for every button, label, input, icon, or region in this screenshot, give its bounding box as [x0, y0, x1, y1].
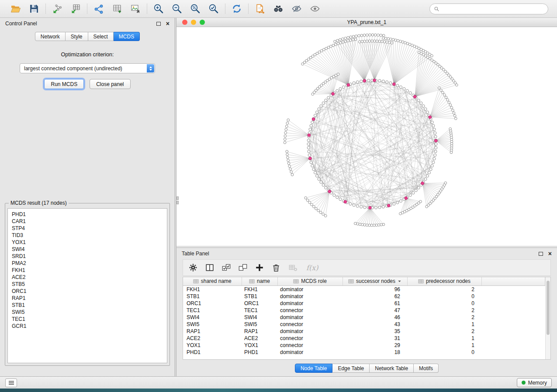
table-tab-node-table[interactable]: Node Table [295, 364, 333, 373]
table-cell: ORC1 [183, 300, 242, 307]
search-box[interactable] [429, 3, 548, 14]
open-folder-icon[interactable] [10, 3, 21, 14]
result-item[interactable]: STB5 [8, 281, 167, 288]
hide-icon[interactable] [291, 3, 302, 14]
memory-button[interactable]: Memory [517, 378, 552, 387]
table-cell-filler [481, 307, 545, 314]
network-titlebar[interactable]: YPA_prune.txt_1 [176, 18, 557, 27]
result-item[interactable]: TEC1 [8, 316, 167, 323]
mcds-result-list[interactable]: PHD1CAR1STP4TID3YOX1SWI4SRD1PMA2FKH1ACE2… [7, 208, 167, 363]
float-table-panel-icon[interactable] [539, 252, 543, 256]
table-tab-motifs[interactable]: Motifs [414, 364, 439, 373]
table-cell: RAP1 [183, 328, 242, 335]
table-tab-edge-table[interactable]: Edge Table [332, 364, 370, 373]
result-item[interactable]: TID3 [8, 232, 167, 239]
table-row[interactable]: ORC1ORC1dominator610 [183, 300, 545, 307]
add-icon[interactable] [255, 263, 264, 272]
result-item[interactable]: GCR1 [8, 323, 167, 330]
table-cell: YOX1 [242, 342, 277, 349]
table-row[interactable]: SWI4SWI4dominator462 [183, 314, 545, 321]
close-window-light[interactable] [182, 20, 187, 25]
new-table-icon[interactable] [111, 3, 123, 14]
result-item[interactable]: SWI5 [8, 309, 167, 316]
zoom-out-icon[interactable] [171, 3, 183, 14]
result-item[interactable]: ORC1 [8, 288, 167, 295]
table-row[interactable]: FKH1FKH1dominator962 [183, 285, 545, 293]
table-cell: 2 [407, 307, 481, 314]
zoom-in-icon[interactable] [153, 3, 164, 14]
table-row[interactable]: STB1STB1dominator620 [183, 293, 545, 300]
network-view[interactable] [176, 27, 557, 246]
table-row[interactable]: ACE2ACE2connector311 [183, 335, 545, 342]
result-item[interactable]: FKH1 [8, 267, 167, 274]
table-row[interactable]: TEC1TEC1connector472 [183, 307, 545, 314]
show-icon[interactable] [309, 3, 321, 14]
result-item[interactable]: STB1 [8, 302, 167, 309]
share-document-icon[interactable] [254, 3, 266, 14]
result-item[interactable]: PMA2 [8, 260, 167, 267]
export-image-icon[interactable] [130, 3, 141, 14]
minimize-window-light[interactable] [191, 20, 196, 25]
table-row[interactable]: PHD1PHD1dominator180 [183, 349, 545, 356]
node-table-grid: shared namenameMCDS rolesuccessor nodesp… [183, 277, 545, 356]
new-network-icon[interactable] [93, 3, 104, 14]
result-item[interactable]: STP4 [8, 225, 167, 232]
result-item[interactable]: CAR1 [8, 218, 167, 225]
select-all-icon[interactable] [221, 263, 231, 272]
table-tab-network-table[interactable]: Network Table [370, 364, 414, 373]
column-header-name[interactable]: name [242, 277, 277, 285]
search-icon [434, 6, 439, 12]
result-item[interactable]: SRD1 [8, 253, 167, 260]
table-cell: FKH1 [242, 285, 277, 293]
table-row[interactable]: RAP1RAP1dominator352 [183, 328, 545, 335]
float-panel-icon[interactable] [156, 22, 161, 26]
tab-network[interactable]: Network [35, 32, 66, 41]
refresh-icon[interactable] [231, 3, 242, 14]
column-header-MCDS-role[interactable]: MCDS role [277, 277, 343, 285]
splitter-collapse-buttons[interactable] [176, 196, 179, 205]
zoom-selected-icon[interactable] [208, 3, 219, 14]
import-network-icon[interactable] [52, 3, 63, 14]
panel-menu-button[interactable] [5, 378, 17, 387]
table-cell: connector [277, 307, 343, 314]
deselect-all-icon[interactable] [238, 263, 248, 272]
table-cell: 0 [407, 349, 481, 356]
result-item[interactable]: SWI4 [8, 246, 167, 253]
table-scrollbar-thumb[interactable] [547, 281, 550, 335]
tab-mcds[interactable]: MCDS [114, 32, 140, 41]
maximize-window-light[interactable] [200, 20, 205, 25]
zoom-fit-icon[interactable] [190, 3, 201, 14]
close-table-panel-icon[interactable]: × [548, 251, 552, 257]
result-item[interactable]: YOX1 [8, 239, 167, 246]
close-panel-icon[interactable]: × [166, 21, 170, 27]
run-mcds-button[interactable]: Run MCDS [44, 79, 84, 89]
result-item[interactable]: RAP1 [8, 295, 167, 302]
result-item[interactable]: PHD1 [8, 211, 167, 218]
close-panel-button[interactable]: Close panel [90, 79, 130, 89]
table-cell: 61 [343, 300, 407, 307]
column-header-predecessor-nodes[interactable]: predecessor nodes [407, 277, 481, 285]
tab-select[interactable]: Select [88, 32, 114, 41]
search-input[interactable] [442, 6, 544, 12]
criterion-select[interactable]: largest connected component (undirected) [20, 63, 155, 73]
gear-icon[interactable] [188, 263, 198, 272]
table-cell-filler [481, 321, 545, 328]
tab-style[interactable]: Style [66, 32, 88, 41]
columns-icon[interactable] [205, 263, 214, 272]
column-header-shared-name[interactable]: shared name [183, 277, 242, 285]
column-header-successor-nodes[interactable]: successor nodes [343, 277, 407, 285]
table-cell: SWI4 [242, 314, 277, 321]
table-cell: RAP1 [242, 328, 277, 335]
table-cell: ACE2 [183, 335, 242, 342]
table-cell: 1 [407, 321, 481, 328]
import-table-icon[interactable] [70, 3, 81, 14]
table-row[interactable]: SWI5SWI5connector431 [183, 321, 545, 328]
import-table-disabled-icon[interactable] [288, 263, 298, 272]
result-item[interactable]: ACE2 [8, 274, 167, 281]
table-row[interactable]: YOX1YOX1connector291 [183, 342, 545, 349]
table-scrollbar[interactable] [545, 277, 550, 359]
find-icon[interactable] [273, 3, 284, 14]
delete-icon[interactable] [271, 263, 281, 272]
save-icon[interactable] [28, 3, 40, 14]
table-cell: 2 [407, 328, 481, 335]
